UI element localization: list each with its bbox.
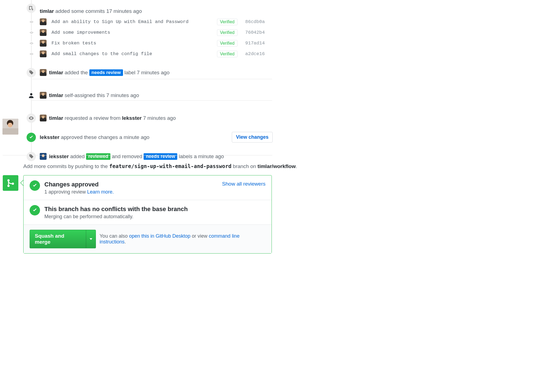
svg-point-3 — [31, 32, 32, 33]
merge-box: Show all reviewers Changes approved 1 ap… — [23, 175, 272, 254]
verified-badge[interactable]: Verified — [217, 40, 238, 47]
user-link[interactable]: timlar — [49, 70, 63, 76]
avatar[interactable] — [40, 40, 47, 47]
person-icon — [27, 91, 36, 100]
separator — [32, 79, 272, 79]
user-link[interactable]: leksster — [49, 154, 69, 160]
avatar[interactable] — [40, 29, 47, 36]
repo-push-icon — [27, 4, 36, 13]
tag-icon — [27, 68, 36, 77]
merge-footer-text: You can also open this in GitHub Desktop… — [100, 233, 266, 245]
user-link[interactable]: timlar — [40, 8, 54, 14]
svg-point-12 — [7, 179, 10, 181]
svg-point-14 — [12, 183, 14, 185]
svg-point-9 — [31, 53, 32, 55]
caret-down-icon — [90, 238, 92, 240]
commit-sha[interactable]: 76042b4 — [245, 30, 273, 35]
heading-no-conflicts: This branch has no conflicts with the ba… — [44, 206, 188, 213]
squash-and-merge-button[interactable]: Squash and merge — [30, 230, 86, 248]
timeline-event-review-request: timlar requested a review from leksster … — [23, 112, 273, 124]
check-icon — [27, 133, 36, 142]
timeline-event-label: timlar added the needs review label 7 mi… — [23, 67, 273, 78]
user-link[interactable]: leksster — [40, 134, 59, 140]
merge-action-section: Squash and merge You can also open this … — [24, 225, 272, 253]
event-time[interactable]: a minute ago — [194, 154, 224, 160]
timeline-event-push: timlar added some commits 17 minutes ago — [23, 0, 273, 16]
check-icon — [30, 180, 40, 191]
event-verb: added some commits — [55, 8, 105, 14]
separator — [3, 155, 272, 155]
repo-name: timlar/workflow — [258, 163, 296, 169]
user-link[interactable]: timlar — [49, 115, 63, 121]
event-time[interactable]: 7 minutes ago — [143, 115, 176, 121]
verified-badge[interactable]: Verified — [217, 29, 238, 36]
speech-caret — [20, 180, 23, 186]
commit-dot-icon — [30, 41, 33, 45]
label-needs-review[interactable]: needs review — [144, 153, 177, 160]
show-all-reviewers-link[interactable]: Show all reviewers — [222, 181, 266, 187]
user-link[interactable]: leksster — [122, 115, 142, 121]
avatar[interactable] — [40, 69, 47, 76]
avatar[interactable] — [40, 18, 47, 25]
label-reviewed[interactable]: reviewed — [86, 153, 110, 160]
timeline-event-assign: timlar self-assigned this 7 minutes ago — [23, 90, 273, 101]
commit-dot-icon — [30, 20, 33, 24]
user-link[interactable]: timlar — [49, 92, 63, 98]
commit-sha[interactable]: 86cdb0a — [245, 19, 273, 24]
commit-message[interactable]: Add small changes to the config file — [52, 51, 214, 56]
commit-row: Add small changes to the config file Ver… — [40, 49, 273, 59]
avatar[interactable] — [2, 119, 18, 135]
event-time[interactable]: 17 minutes ago — [106, 8, 142, 14]
push-hint: Add more commits by pushing to the featu… — [23, 163, 297, 169]
commit-message[interactable]: Add an ability to Sign Up with Email and… — [52, 19, 214, 24]
label-needs-review[interactable]: needs review — [89, 69, 123, 76]
squash-and-merge-button-group: Squash and merge — [30, 230, 96, 248]
verified-badge[interactable]: Verified — [217, 51, 238, 57]
avatar[interactable] — [40, 115, 47, 121]
commit-sha[interactable]: a2dce16 — [245, 51, 273, 56]
verified-badge[interactable]: Verified — [217, 19, 238, 25]
commit-row: Add some improvements Verified 76042b4 — [40, 27, 273, 38]
commit-row: Add an ability to Sign Up with Email and… — [40, 16, 273, 27]
view-changes-button[interactable]: View changes — [232, 132, 273, 143]
commit-message[interactable]: Add some improvements — [52, 30, 214, 35]
timeline: timlar added some commits 17 minutes ago… — [23, 0, 273, 162]
check-icon — [30, 205, 40, 215]
svg-point-0 — [31, 21, 32, 23]
avatar[interactable] — [40, 92, 47, 99]
commit-dot-icon — [30, 31, 33, 35]
heading-approved: Changes approved — [44, 181, 114, 188]
eye-icon — [27, 113, 36, 123]
avatar[interactable] — [40, 50, 47, 57]
open-in-desktop-link[interactable]: open this in GitHub Desktop — [129, 233, 190, 239]
branch-name: feature/sign-up-with-email-and-password — [109, 163, 232, 169]
tag-icon — [27, 152, 36, 161]
commit-message[interactable]: Fix broken tests — [52, 41, 214, 46]
avatar[interactable] — [40, 153, 47, 160]
merge-noconflict-section: This branch has no conflicts with the ba… — [24, 200, 272, 225]
commit-sha[interactable]: 917ad14 — [245, 41, 273, 46]
svg-point-13 — [7, 185, 10, 187]
event-time[interactable]: a minute ago — [119, 134, 150, 140]
event-time[interactable]: 7 minutes ago — [137, 70, 169, 76]
timeline-event-label-swap: leksster added reviewed and removed need… — [23, 151, 273, 162]
merge-options-dropdown[interactable] — [86, 230, 96, 248]
timeline-event-approved: leksster approved these changes a minute… — [23, 130, 273, 145]
event-time[interactable]: 7 minutes ago — [106, 92, 139, 98]
commit-row: Fix broken tests Verified 917ad14 — [40, 38, 273, 49]
git-merge-icon — [3, 175, 18, 191]
merge-approved-section: Show all reviewers Changes approved 1 ap… — [24, 175, 272, 200]
svg-point-6 — [31, 42, 32, 44]
commit-dot-icon — [30, 52, 33, 56]
separator — [32, 100, 272, 101]
learn-more-link[interactable]: Learn more. — [87, 189, 114, 195]
